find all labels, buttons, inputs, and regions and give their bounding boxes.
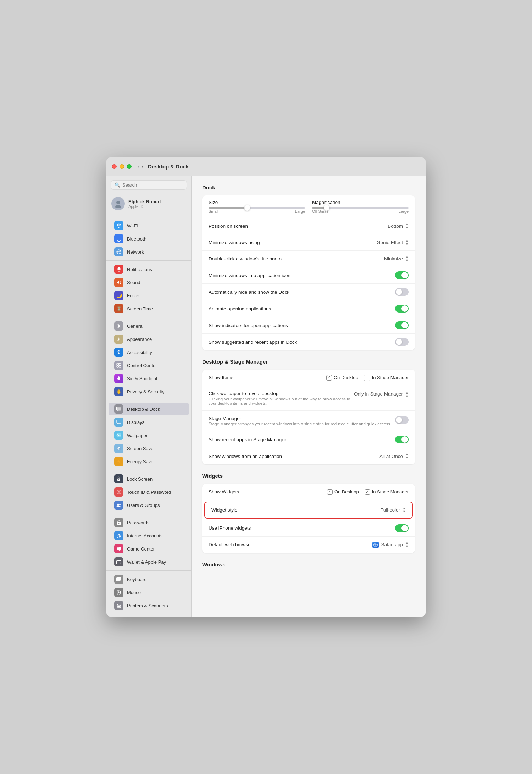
dock-section-title: Dock (202, 184, 415, 190)
autohide-label: Automatically hide and show the Dock (209, 289, 395, 295)
back-arrow[interactable]: ‹ (137, 164, 139, 170)
sidebar-item-bluetooth[interactable]: ⍽ Bluetooth (109, 232, 189, 245)
fullscreen-button[interactable] (127, 164, 132, 169)
doubleclick-stepper[interactable]: ▲▼ (405, 255, 409, 262)
sidebar-item-privacy[interactable]: ✋ Privacy & Security (109, 385, 189, 398)
widgets-ondesktop-checkbox[interactable]: ✓ (327, 489, 333, 495)
widgets-ondesktop[interactable]: ✓ On Desktop (327, 489, 359, 495)
desktop-stage-card: Show Items ✓ On Desktop In Stage Manager (202, 370, 415, 464)
sidebar-item-focus[interactable]: 🌙 Focus (109, 289, 189, 302)
webbrowser-value[interactable]: Safari.app ▲▼ (372, 541, 409, 548)
indicators-toggle[interactable] (395, 321, 409, 329)
position-value[interactable]: Bottom ▲▼ (388, 223, 409, 230)
sidebar-label-touchid: Touch ID & Password (127, 490, 171, 495)
sidebar-item-users[interactable]: Users & Groups (109, 499, 189, 512)
sidebar-item-mouse[interactable]: Mouse (109, 586, 189, 599)
minimize-appicon-toggle[interactable] (395, 271, 409, 279)
minimize-value[interactable]: Genie Effect ▲▼ (377, 239, 409, 246)
user-subtitle: Apple ID (128, 204, 161, 209)
sidebar-label-appearance: Appearance (127, 337, 152, 342)
iphonewidgets-label: Use iPhone widgets (209, 525, 395, 531)
search-input[interactable] (122, 182, 183, 188)
appearance-icon: ☀ (114, 335, 123, 344)
sidebar-item-desktop[interactable]: Desktop & Dock (109, 403, 189, 415)
keyboard-icon (114, 575, 123, 584)
sidebar-item-appearance[interactable]: ☀ Appearance (109, 333, 189, 345)
webbrowser-stepper[interactable]: ▲▼ (405, 541, 409, 548)
close-button[interactable] (112, 164, 117, 169)
sidebar-item-touchid[interactable]: Touch ID & Password (109, 486, 189, 498)
size-fill (209, 207, 247, 209)
sidebar-item-displays[interactable]: Displays (109, 416, 189, 429)
sidebar-item-gamecenter[interactable]: Game Center (109, 542, 189, 555)
stagemanager-toggle[interactable] (395, 416, 409, 424)
magnification-large-label: Large (399, 209, 409, 214)
widgets-instagemanager-checkbox[interactable]: ✓ (365, 489, 370, 495)
svg-point-51 (118, 592, 119, 593)
widgetstyle-value[interactable]: Full-color ▲▼ (381, 507, 406, 514)
sidebar-item-notifications[interactable]: Notifications (109, 263, 189, 276)
search-box[interactable]: 🔍 (111, 180, 187, 190)
svg-rect-11 (119, 366, 121, 368)
size-track[interactable] (209, 207, 305, 209)
sidebar-item-screensaver[interactable]: Screen Saver (109, 442, 189, 455)
sidebar-item-internetaccounts[interactable]: @ Internet Accounts (109, 529, 189, 542)
sidebar-item-energysaver[interactable]: Energy Saver (109, 455, 189, 468)
recentapps-toggle[interactable] (395, 436, 409, 443)
magnification-slider-group: Magnification Off Small Large (312, 200, 409, 214)
svg-rect-45 (117, 579, 118, 580)
sidebar-item-network[interactable]: Network (109, 245, 189, 258)
dock-card: Size Small Large Magnification (202, 195, 415, 350)
sidebar-item-accessibility[interactable]: Accessibility (109, 346, 189, 359)
sliders-container: Size Small Large Magnification (209, 200, 409, 214)
magnification-track[interactable] (312, 207, 409, 209)
clickwallpaper-stepper[interactable]: ▲▼ (405, 391, 409, 398)
autohide-toggle[interactable] (395, 288, 409, 296)
sidebar-label-wallet: Wallet & Apple Pay (127, 559, 166, 565)
doubleclick-value[interactable]: Minimize ▲▼ (384, 255, 409, 262)
sidebar-item-wallpaper[interactable]: Wallpaper (109, 429, 189, 442)
size-thumb[interactable] (244, 205, 250, 211)
user-profile[interactable]: Elphick Robert Apple ID (106, 194, 191, 215)
sidebar-item-controlcenter[interactable]: Control Center (109, 359, 189, 372)
minimize-button[interactable] (120, 164, 124, 169)
size-slider-group: Size Small Large (209, 200, 305, 214)
position-stepper[interactable]: ▲▼ (405, 223, 409, 230)
sidebar-item-passwords[interactable]: Passwords (109, 516, 189, 529)
sidebar-group-accounts: Passwords @ Internet Accounts Game Cente… (106, 516, 191, 568)
indicators-row: Show indicators for open applications (202, 317, 415, 334)
sidebar-item-keyboard[interactable]: Keyboard (109, 573, 189, 586)
showitems-instagemanager[interactable]: In Stage Manager (364, 375, 409, 381)
forward-arrow[interactable]: › (142, 164, 144, 170)
stagemanager-info: Stage Manager Stage Manager arranges you… (209, 416, 395, 426)
sidebar-item-wallet[interactable]: Wallet & Apple Pay (109, 555, 189, 568)
showitems-ondesktop[interactable]: ✓ On Desktop (326, 375, 358, 381)
sidebar-item-wifi[interactable]: Wi-Fi (109, 219, 189, 232)
general-icon (114, 321, 123, 331)
animate-toggle[interactable] (395, 305, 409, 313)
iphonewidgets-toggle[interactable] (395, 524, 409, 532)
sidebar-item-screentime[interactable]: ⏳ Screen Time (109, 302, 189, 315)
sidebar-item-lockscreen[interactable]: Lock Screen (109, 472, 189, 485)
svg-point-26 (118, 448, 119, 449)
traffic-lights (112, 164, 132, 169)
clickwallpaper-value[interactable]: Only in Stage Manager ▲▼ (354, 391, 409, 398)
showwindows-value[interactable]: All at Once ▲▼ (379, 453, 409, 460)
sidebar-item-general[interactable]: General (109, 320, 189, 332)
sidebar-label-users: Users & Groups (127, 503, 160, 508)
sidebar-item-siri[interactable]: Siri & Spotlight (109, 372, 189, 385)
widgetstyle-stepper[interactable]: ▲▼ (403, 507, 406, 514)
showwindows-stepper[interactable]: ▲▼ (405, 453, 409, 460)
widgetstyle-row: Widget style Full-color ▲▼ (204, 502, 413, 519)
sidebar-item-printers[interactable]: Printers & Scanners (109, 599, 189, 612)
suggested-toggle[interactable] (395, 338, 409, 346)
widgetstyle-label: Widget style (211, 507, 381, 513)
instagemanager-checkbox[interactable] (364, 375, 370, 381)
minimize-stepper[interactable]: ▲▼ (405, 239, 409, 246)
widgets-instagemanager[interactable]: ✓ In Stage Manager (365, 489, 409, 495)
ondesktop-checkbox[interactable]: ✓ (326, 375, 332, 381)
magnification-thumb[interactable] (324, 205, 329, 211)
minimize-text: Genie Effect (377, 240, 403, 245)
divider-5 (106, 470, 191, 470)
sidebar-item-sound[interactable]: Sound (109, 276, 189, 289)
